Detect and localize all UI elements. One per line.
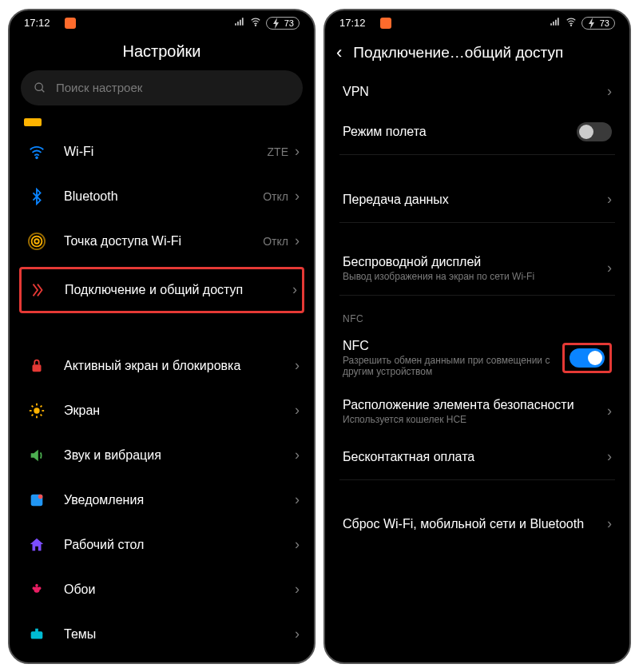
row-label: Темы	[64, 627, 295, 642]
row-contactless[interactable]: Бесконтактная оплата ›	[339, 436, 615, 478]
row-sub: Используется кошелек HCE	[343, 414, 607, 425]
row-label: Расположение элемента безопасности	[343, 398, 607, 412]
back-button[interactable]: ‹	[336, 42, 342, 63]
lock-icon	[24, 357, 50, 375]
settings-row-home[interactable]: Рабочий стол ›	[21, 523, 303, 567]
phone-right: 17:12 73 ‹ Подключение…общий доступ	[323, 9, 631, 664]
svg-line-16	[41, 414, 42, 416]
svg-point-26	[570, 25, 571, 26]
home-icon	[24, 536, 50, 554]
row-label: VPN	[343, 85, 607, 99]
chevron-right-icon: ›	[295, 233, 300, 249]
status-time: 17:12	[339, 17, 366, 29]
bluetooth-icon	[24, 188, 50, 205]
row-cast[interactable]: Беспроводной дисплей Вывод изображения н…	[339, 244, 615, 293]
chevron-right-icon: ›	[295, 357, 300, 374]
row-airplane[interactable]: Режим полета	[339, 111, 615, 153]
status-time: 17:12	[24, 17, 50, 29]
app-icon	[380, 18, 391, 29]
status-bar: 17:12 73	[325, 10, 629, 36]
app-icon	[65, 18, 76, 29]
chevron-right-icon: ›	[607, 403, 612, 420]
svg-point-2	[255, 25, 256, 26]
settings-row-bluetooth[interactable]: Bluetooth Откл ›	[21, 174, 303, 219]
svg-point-3	[35, 83, 42, 90]
chevron-right-icon: ›	[607, 515, 612, 532]
notification-icon	[24, 491, 50, 509]
svg-line-18	[41, 405, 42, 407]
search-icon	[34, 82, 46, 94]
settings-row-hotspot[interactable]: Точка доступа Wi-Fi Откл ›	[21, 219, 303, 264]
row-secure-element[interactable]: Расположение элемента безопасности Испол…	[339, 387, 615, 436]
settings-row-themes[interactable]: Темы ›	[21, 612, 303, 657]
section-header-nfc: NFC	[339, 297, 615, 329]
sim-icon	[24, 118, 42, 126]
airplane-toggle[interactable]	[577, 122, 612, 141]
row-label: Bluetooth	[64, 189, 263, 204]
wifi-icon	[250, 16, 261, 30]
status-bar: 17:12 73	[10, 10, 314, 36]
row-label: Активный экран и блокировка	[64, 359, 295, 373]
svg-rect-9	[33, 364, 42, 372]
row-label: Сброс Wi-Fi, мобильной сети и Bluetooth	[343, 517, 607, 531]
svg-point-10	[34, 408, 39, 413]
svg-point-7	[32, 236, 42, 246]
row-vpn[interactable]: VPN ›	[339, 73, 615, 111]
row-label: Точка доступа Wi-Fi	[64, 234, 263, 249]
settings-row-wifi[interactable]: Wi-Fi ZTE ›	[21, 129, 303, 174]
chevron-right-icon: ›	[295, 491, 300, 508]
chevron-right-icon: ›	[295, 402, 300, 419]
row-label: Режим полета	[343, 125, 577, 139]
truncated-row[interactable]	[21, 110, 303, 126]
wallpaper-icon	[24, 581, 50, 598]
page-title: Подключение…общий доступ	[353, 44, 563, 62]
row-sub: Разрешить обмен данными при совмещении с…	[343, 355, 554, 377]
row-sub: Вывод изображения на экран по сети Wi-Fi	[343, 271, 607, 282]
signal-icon	[234, 16, 245, 30]
row-label: Рабочий стол	[64, 538, 295, 552]
chevron-right-icon: ›	[295, 581, 300, 598]
row-label: Бесконтактная оплата	[343, 450, 607, 464]
row-value: Откл	[263, 235, 288, 248]
row-data[interactable]: Передача данных ›	[339, 179, 615, 221]
chevron-right-icon: ›	[292, 281, 297, 298]
chevron-right-icon: ›	[607, 83, 612, 100]
settings-row-sharing[interactable]: Подключение и общий доступ ›	[22, 269, 302, 311]
themes-icon	[24, 626, 50, 643]
wifi-icon	[566, 16, 577, 30]
search-placeholder: Поиск настроек	[56, 81, 142, 94]
signal-icon	[550, 16, 561, 30]
sharing-icon	[25, 281, 50, 299]
settings-row-wallpaper[interactable]: Обои ›	[21, 567, 303, 612]
chevron-right-icon: ›	[295, 447, 300, 463]
row-value: Откл	[263, 190, 288, 203]
row-nfc[interactable]: NFC Разрешить обмен данными при совмещен…	[339, 329, 615, 387]
phone-left: 17:12 73 Настройки Поиск настроек	[8, 9, 316, 664]
row-label: Wi-Fi	[64, 145, 268, 159]
row-label: Звук и вибрация	[64, 448, 295, 463]
row-value: ZTE	[268, 145, 288, 158]
hotspot-icon	[24, 233, 50, 250]
settings-row-notifications[interactable]: Уведомления ›	[21, 478, 303, 523]
settings-row-sound[interactable]: Звук и вибрация ›	[21, 433, 303, 478]
nfc-toggle[interactable]	[570, 348, 605, 368]
highlighted-row-sharing: Подключение и общий доступ ›	[19, 267, 304, 313]
settings-row-display[interactable]: Экран ›	[21, 388, 303, 433]
row-label: Экран	[64, 404, 295, 418]
row-label: Беспроводной дисплей	[343, 255, 607, 269]
battery-indicator: 73	[581, 17, 615, 30]
search-input[interactable]: Поиск настроек	[21, 70, 303, 105]
row-reset[interactable]: Сброс Wi-Fi, мобильной сети и Bluetooth …	[339, 499, 615, 549]
row-label: Уведомления	[64, 493, 295, 507]
svg-rect-23	[35, 628, 38, 633]
settings-row-lock[interactable]: Активный экран и блокировка ›	[21, 344, 303, 388]
svg-point-20	[38, 494, 43, 499]
row-label: Обои	[64, 583, 295, 597]
chevron-right-icon: ›	[295, 626, 300, 642]
svg-line-17	[32, 414, 34, 416]
chevron-right-icon: ›	[607, 191, 612, 208]
svg-line-15	[32, 405, 34, 407]
row-label: Подключение и общий доступ	[65, 283, 292, 297]
wifi-icon	[24, 143, 50, 161]
row-label: NFC	[343, 339, 554, 353]
